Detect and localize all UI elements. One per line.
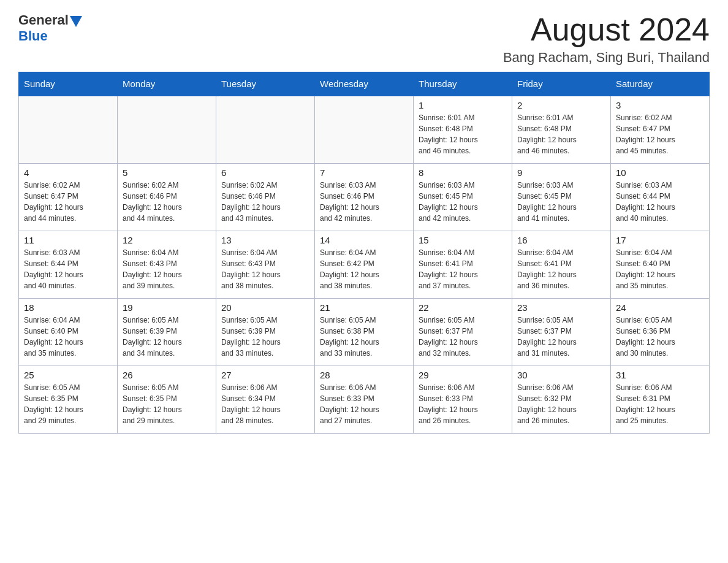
header: General Blue August 2024 Bang Racham, Si… — [18, 12, 710, 66]
day-info: Sunrise: 6:02 AM Sunset: 6:47 PM Dayligh… — [24, 180, 112, 224]
day-number: 4 — [24, 167, 112, 178]
day-info: Sunrise: 6:01 AM Sunset: 6:48 PM Dayligh… — [517, 112, 605, 156]
day-number: 29 — [419, 370, 507, 380]
calendar-cell: 9Sunrise: 6:03 AM Sunset: 6:45 PM Daylig… — [512, 163, 611, 231]
day-number: 22 — [419, 302, 507, 313]
calendar-cell: 21Sunrise: 6:05 AM Sunset: 6:38 PM Dayli… — [315, 298, 414, 366]
logo-triangle-icon — [70, 16, 82, 27]
day-number: 11 — [24, 235, 112, 245]
day-number: 25 — [24, 370, 112, 380]
calendar-cell: 31Sunrise: 6:06 AM Sunset: 6:31 PM Dayli… — [611, 366, 710, 433]
day-info: Sunrise: 6:03 AM Sunset: 6:44 PM Dayligh… — [24, 247, 112, 291]
header-day-monday: Monday — [118, 72, 216, 96]
day-info: Sunrise: 6:04 AM Sunset: 6:40 PM Dayligh… — [616, 247, 704, 291]
header-row: SundayMondayTuesdayWednesdayThursdayFrid… — [19, 72, 710, 96]
logo-text: General Blue — [18, 12, 82, 44]
calendar-cell: 15Sunrise: 6:04 AM Sunset: 6:41 PM Dayli… — [414, 231, 512, 298]
day-info: Sunrise: 6:05 AM Sunset: 6:36 PM Dayligh… — [616, 315, 704, 359]
calendar-cell — [216, 96, 315, 163]
day-info: Sunrise: 6:04 AM Sunset: 6:41 PM Dayligh… — [419, 247, 507, 291]
calendar-cell — [19, 96, 118, 163]
day-info: Sunrise: 6:05 AM Sunset: 6:37 PM Dayligh… — [517, 315, 605, 359]
day-number: 20 — [221, 302, 309, 313]
calendar-cell: 27Sunrise: 6:06 AM Sunset: 6:34 PM Dayli… — [216, 366, 315, 433]
day-number: 3 — [616, 100, 704, 110]
calendar-cell: 4Sunrise: 6:02 AM Sunset: 6:47 PM Daylig… — [19, 163, 118, 231]
header-day-tuesday: Tuesday — [216, 72, 315, 96]
title-area: August 2024 Bang Racham, Sing Buri, Thai… — [503, 12, 710, 66]
day-info: Sunrise: 6:04 AM Sunset: 6:42 PM Dayligh… — [320, 247, 408, 291]
calendar-cell: 23Sunrise: 6:05 AM Sunset: 6:37 PM Dayli… — [512, 298, 611, 366]
calendar-cell — [315, 96, 414, 163]
day-info: Sunrise: 6:05 AM Sunset: 6:38 PM Dayligh… — [320, 315, 408, 359]
calendar-cell: 6Sunrise: 6:02 AM Sunset: 6:46 PM Daylig… — [216, 163, 315, 231]
header-day-saturday: Saturday — [611, 72, 710, 96]
calendar-cell: 18Sunrise: 6:04 AM Sunset: 6:40 PM Dayli… — [19, 298, 118, 366]
day-number: 16 — [517, 235, 605, 245]
day-info: Sunrise: 6:05 AM Sunset: 6:37 PM Dayligh… — [419, 315, 507, 359]
calendar-cell: 1Sunrise: 6:01 AM Sunset: 6:48 PM Daylig… — [414, 96, 512, 163]
calendar-cell: 13Sunrise: 6:04 AM Sunset: 6:43 PM Dayli… — [216, 231, 315, 298]
day-number: 9 — [517, 167, 605, 178]
week-row-2: 4Sunrise: 6:02 AM Sunset: 6:47 PM Daylig… — [19, 163, 710, 231]
calendar-cell: 3Sunrise: 6:02 AM Sunset: 6:47 PM Daylig… — [611, 96, 710, 163]
day-number: 23 — [517, 302, 605, 313]
calendar-cell: 16Sunrise: 6:04 AM Sunset: 6:41 PM Dayli… — [512, 231, 611, 298]
header-day-sunday: Sunday — [19, 72, 118, 96]
day-number: 13 — [221, 235, 309, 245]
calendar-body: 1Sunrise: 6:01 AM Sunset: 6:48 PM Daylig… — [19, 96, 710, 433]
calendar-cell: 28Sunrise: 6:06 AM Sunset: 6:33 PM Dayli… — [315, 366, 414, 433]
day-number: 1 — [419, 100, 507, 110]
calendar-cell: 10Sunrise: 6:03 AM Sunset: 6:44 PM Dayli… — [611, 163, 710, 231]
calendar-cell: 26Sunrise: 6:05 AM Sunset: 6:35 PM Dayli… — [118, 366, 216, 433]
day-info: Sunrise: 6:03 AM Sunset: 6:46 PM Dayligh… — [320, 180, 408, 224]
month-title: August 2024 — [503, 12, 710, 47]
calendar-cell: 30Sunrise: 6:06 AM Sunset: 6:32 PM Dayli… — [512, 366, 611, 433]
day-info: Sunrise: 6:06 AM Sunset: 6:33 PM Dayligh… — [419, 382, 507, 426]
calendar-cell: 19Sunrise: 6:05 AM Sunset: 6:39 PM Dayli… — [118, 298, 216, 366]
day-info: Sunrise: 6:06 AM Sunset: 6:34 PM Dayligh… — [221, 382, 309, 426]
week-row-4: 18Sunrise: 6:04 AM Sunset: 6:40 PM Dayli… — [19, 298, 710, 366]
day-number: 30 — [517, 370, 605, 380]
calendar-cell: 12Sunrise: 6:04 AM Sunset: 6:43 PM Dayli… — [118, 231, 216, 298]
logo-blue: Blue — [18, 28, 48, 44]
day-info: Sunrise: 6:04 AM Sunset: 6:41 PM Dayligh… — [517, 247, 605, 291]
day-number: 28 — [320, 370, 408, 380]
day-number: 26 — [123, 370, 211, 380]
calendar-cell: 5Sunrise: 6:02 AM Sunset: 6:46 PM Daylig… — [118, 163, 216, 231]
day-number: 21 — [320, 302, 408, 313]
day-info: Sunrise: 6:03 AM Sunset: 6:45 PM Dayligh… — [419, 180, 507, 224]
day-number: 12 — [123, 235, 211, 245]
calendar-cell: 29Sunrise: 6:06 AM Sunset: 6:33 PM Dayli… — [414, 366, 512, 433]
day-number: 6 — [221, 167, 309, 178]
calendar-cell: 2Sunrise: 6:01 AM Sunset: 6:48 PM Daylig… — [512, 96, 611, 163]
day-number: 24 — [616, 302, 704, 313]
day-info: Sunrise: 6:05 AM Sunset: 6:35 PM Dayligh… — [123, 382, 211, 426]
day-number: 8 — [419, 167, 507, 178]
day-info: Sunrise: 6:06 AM Sunset: 6:32 PM Dayligh… — [517, 382, 605, 426]
header-day-friday: Friday — [512, 72, 611, 96]
calendar-cell: 11Sunrise: 6:03 AM Sunset: 6:44 PM Dayli… — [19, 231, 118, 298]
day-number: 2 — [517, 100, 605, 110]
day-info: Sunrise: 6:05 AM Sunset: 6:39 PM Dayligh… — [221, 315, 309, 359]
day-number: 10 — [616, 167, 704, 178]
calendar-cell: 17Sunrise: 6:04 AM Sunset: 6:40 PM Dayli… — [611, 231, 710, 298]
week-row-3: 11Sunrise: 6:03 AM Sunset: 6:44 PM Dayli… — [19, 231, 710, 298]
header-day-thursday: Thursday — [414, 72, 512, 96]
day-number: 15 — [419, 235, 507, 245]
day-number: 7 — [320, 167, 408, 178]
day-info: Sunrise: 6:05 AM Sunset: 6:35 PM Dayligh… — [24, 382, 112, 426]
location-title: Bang Racham, Sing Buri, Thailand — [503, 50, 710, 66]
day-number: 19 — [123, 302, 211, 313]
day-info: Sunrise: 6:04 AM Sunset: 6:40 PM Dayligh… — [24, 315, 112, 359]
day-info: Sunrise: 6:02 AM Sunset: 6:46 PM Dayligh… — [123, 180, 211, 224]
day-info: Sunrise: 6:01 AM Sunset: 6:48 PM Dayligh… — [419, 112, 507, 156]
day-number: 27 — [221, 370, 309, 380]
day-number: 14 — [320, 235, 408, 245]
day-number: 31 — [616, 370, 704, 380]
day-info: Sunrise: 6:06 AM Sunset: 6:31 PM Dayligh… — [616, 382, 704, 426]
calendar-cell: 22Sunrise: 6:05 AM Sunset: 6:37 PM Dayli… — [414, 298, 512, 366]
day-number: 18 — [24, 302, 112, 313]
day-number: 17 — [616, 235, 704, 245]
day-info: Sunrise: 6:02 AM Sunset: 6:46 PM Dayligh… — [221, 180, 309, 224]
